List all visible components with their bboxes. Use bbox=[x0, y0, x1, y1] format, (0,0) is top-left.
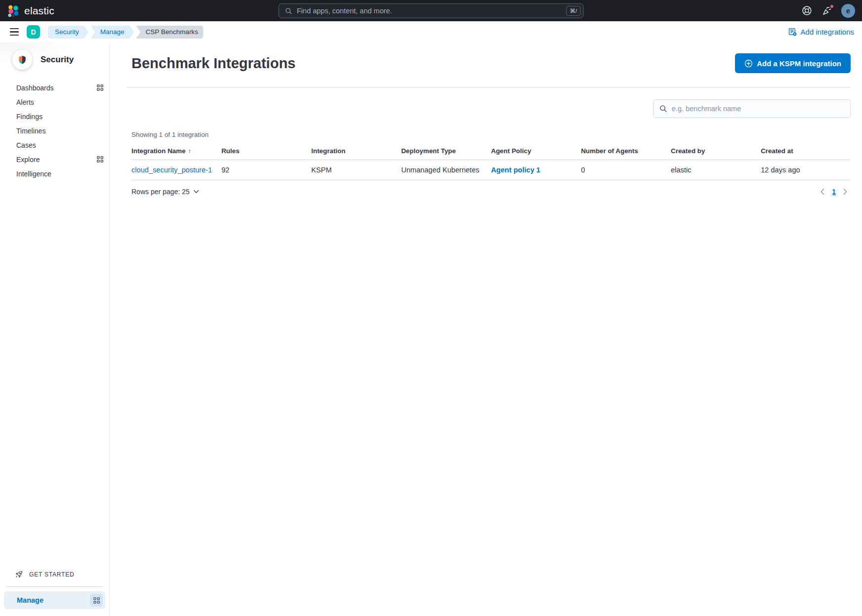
sidebar-nav: Dashboards Alerts Findings Timelines Cas… bbox=[0, 81, 109, 181]
column-header-created-at[interactable]: Created at bbox=[761, 142, 851, 160]
manage-label: Manage bbox=[17, 596, 43, 604]
sidebar-item-label: Alerts bbox=[16, 98, 34, 106]
sidebar-item-label: Explore bbox=[16, 156, 40, 164]
results-summary: Showing 1 of 1 integration bbox=[131, 131, 851, 138]
previous-page-icon[interactable] bbox=[820, 188, 825, 195]
security-app-icon bbox=[12, 50, 32, 70]
rows-per-page-label: Rows per page: 25 bbox=[131, 188, 190, 196]
search-shortcut-badge: ⌘/ bbox=[566, 6, 581, 16]
sidebar-item-explore[interactable]: Explore bbox=[0, 152, 109, 166]
created-by-cell: elastic bbox=[671, 160, 761, 180]
main-content: Benchmark Integrations Add a KSPM integr… bbox=[110, 42, 862, 616]
page-number-1[interactable]: 1 bbox=[832, 188, 836, 196]
space-badge[interactable]: D bbox=[27, 25, 40, 39]
page-title: Benchmark Integrations bbox=[131, 54, 296, 72]
column-header-integration[interactable]: Integration bbox=[311, 142, 401, 160]
breadcrumb: Security Manage CSP Benchmarks bbox=[48, 26, 210, 39]
sidebar-item-label: Intelligence bbox=[16, 170, 51, 178]
chevron-down-icon bbox=[193, 190, 199, 194]
sort-ascending-icon: ↑ bbox=[188, 148, 191, 155]
global-search-placeholder: Find apps, content, and more. bbox=[297, 7, 566, 15]
pagination: 1 bbox=[820, 188, 851, 196]
global-search-input[interactable]: Find apps, content, and more. ⌘/ bbox=[279, 3, 584, 18]
breadcrumb-bar: D Security Manage CSP Benchmarks Add int… bbox=[0, 21, 862, 42]
integration-name-link[interactable]: cloud_security_posture-1 bbox=[131, 166, 212, 174]
breadcrumb-security[interactable]: Security bbox=[48, 26, 84, 39]
notification-dot bbox=[829, 4, 834, 9]
sidebar-item-label: Dashboards bbox=[16, 84, 54, 92]
column-header-number-of-agents[interactable]: Number of Agents bbox=[581, 142, 671, 160]
space-initial: D bbox=[31, 28, 36, 36]
benchmark-search-box bbox=[653, 99, 851, 118]
add-integrations-link[interactable]: Add integrations bbox=[788, 28, 854, 36]
column-header-integration-name[interactable]: Integration Name↑ bbox=[131, 142, 221, 160]
sidebar-title: Security bbox=[41, 55, 74, 65]
number-of-agents-cell: 0 bbox=[581, 160, 671, 180]
created-at-cell: 12 days ago bbox=[761, 160, 851, 180]
add-kspm-button-label: Add a KSPM integration bbox=[757, 59, 841, 68]
sidebar-item-label: Timelines bbox=[16, 127, 45, 135]
integration-cell: KSPM bbox=[311, 160, 401, 180]
add-kspm-integration-button[interactable]: Add a KSPM integration bbox=[735, 53, 851, 73]
avatar-initial: e bbox=[846, 7, 850, 15]
rules-cell: 92 bbox=[221, 160, 311, 180]
benchmark-search-input[interactable] bbox=[672, 105, 844, 113]
rocket-icon bbox=[15, 571, 23, 578]
sidebar-item-alerts[interactable]: Alerts bbox=[0, 95, 109, 109]
column-header-agent-policy[interactable]: Agent Policy bbox=[491, 142, 581, 160]
sidebar-divider bbox=[6, 586, 103, 587]
sidebar-item-label: Cases bbox=[16, 141, 36, 149]
benchmarks-table: Integration Name↑ Rules Integration Depl… bbox=[131, 142, 851, 180]
help-icon[interactable] bbox=[801, 5, 813, 17]
sidebar-item-intelligence[interactable]: Intelligence bbox=[0, 166, 109, 181]
sidebar-item-findings[interactable]: Findings bbox=[0, 109, 109, 123]
deployment-type-cell: Unmanaged Kubernetes bbox=[401, 160, 491, 180]
add-integrations-label: Add integrations bbox=[801, 28, 854, 36]
grid-icon bbox=[97, 156, 103, 163]
add-integrations-icon bbox=[788, 28, 797, 36]
agent-policy-link[interactable]: Agent policy 1 bbox=[491, 166, 541, 174]
table-row: cloud_security_posture-1 92 KSPM Unmanag… bbox=[131, 160, 851, 180]
sidebar-item-manage[interactable]: Manage bbox=[4, 591, 105, 609]
next-page-icon[interactable] bbox=[843, 188, 848, 195]
column-header-created-by[interactable]: Created by bbox=[671, 142, 761, 160]
breadcrumb-csp-benchmarks: CSP Benchmarks bbox=[136, 26, 203, 39]
elastic-logo-icon bbox=[7, 4, 20, 17]
security-sidebar: Security Dashboards Alerts Findings Time… bbox=[0, 42, 110, 616]
table-header-row: Integration Name↑ Rules Integration Depl… bbox=[131, 142, 851, 160]
get-started-link[interactable]: GET STARTED bbox=[0, 567, 109, 582]
whats-new-icon[interactable] bbox=[821, 5, 833, 17]
column-header-deployment-type[interactable]: Deployment Type bbox=[401, 142, 491, 160]
column-header-rules[interactable]: Rules bbox=[221, 142, 311, 160]
menu-icon[interactable] bbox=[8, 26, 21, 39]
content-divider bbox=[127, 87, 851, 87]
grid-icon bbox=[90, 594, 103, 607]
search-icon bbox=[659, 105, 667, 113]
sidebar-item-timelines[interactable]: Timelines bbox=[0, 123, 109, 138]
grid-icon bbox=[97, 84, 103, 91]
user-avatar[interactable]: e bbox=[841, 4, 855, 18]
search-icon bbox=[285, 7, 293, 15]
get-started-label: GET STARTED bbox=[29, 571, 74, 578]
sidebar-item-dashboards[interactable]: Dashboards bbox=[0, 81, 109, 95]
sidebar-item-label: Findings bbox=[16, 113, 43, 121]
breadcrumb-manage[interactable]: Manage bbox=[90, 26, 129, 39]
plus-circle-icon bbox=[744, 59, 753, 68]
brand-name: elastic bbox=[24, 5, 54, 17]
global-header: elastic Find apps, content, and more. ⌘/ bbox=[0, 0, 862, 21]
rows-per-page-selector[interactable]: Rows per page: 25 bbox=[131, 188, 199, 196]
elastic-brand[interactable]: elastic bbox=[7, 4, 54, 17]
sidebar-item-cases[interactable]: Cases bbox=[0, 138, 109, 152]
